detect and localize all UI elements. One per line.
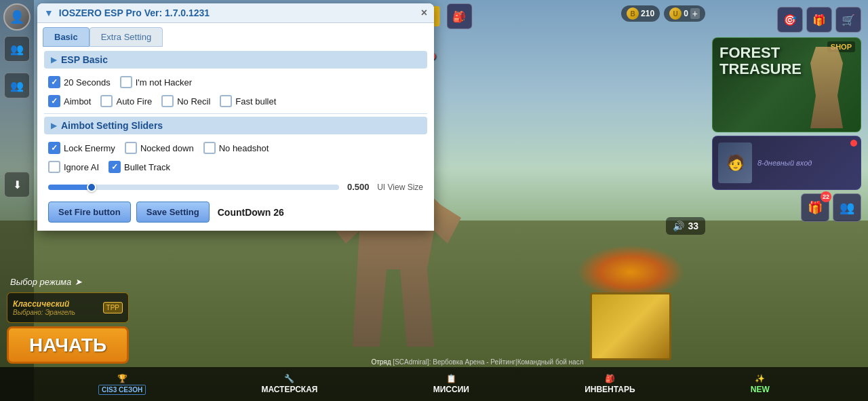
bottom-nav-new[interactable]: ✨ NEW — [744, 370, 776, 398]
friend-icon[interactable]: 👥 — [833, 193, 861, 222]
top-icons-row: 🎯 🎁 🛒 — [712, 7, 861, 33]
chest-icon[interactable]: 🎁 — [806, 7, 832, 33]
squad-icon[interactable]: 👥 — [4, 36, 30, 62]
gift-icon[interactable]: 🎁 22 — [801, 193, 829, 222]
tab-basic[interactable]: Basic — [43, 27, 90, 47]
tab-extra-setting[interactable]: Extra Setting — [90, 27, 163, 47]
option-lock-enemy[interactable]: ✓ Lock Enermy — [48, 142, 115, 154]
label-lock-enemy: Lock Enermy — [64, 143, 115, 153]
daily-login-card[interactable]: 🧑 8-дневный вход — [712, 136, 861, 190]
checkbox-20-seconds[interactable]: ✓ — [48, 76, 60, 88]
daily-login-text: 8-дневный вход — [757, 159, 812, 167]
forest-treasure-card[interactable]: SHOP FOREST TREASURE — [712, 37, 861, 132]
aimbot-sliders-section[interactable]: ▶ Aimbot Setting Sliders — [44, 117, 427, 134]
team-icon[interactable]: 👥 — [4, 73, 30, 98]
save-setting-button[interactable]: Save Setting — [136, 202, 210, 223]
missions-label: МИССИИ — [433, 385, 469, 394]
slider-row: 0.500 UI View Size — [44, 176, 427, 197]
start-button-label: НАЧАТЬ — [29, 335, 106, 356]
option-fast-bullet[interactable]: Fast bullet — [220, 95, 276, 107]
mode-selector[interactable]: Классический Выбрано: Эрангель TPP — [7, 292, 129, 323]
options-row-2: ✓ Aimbot Auto Fire No Recil Fast bullet — [44, 92, 427, 111]
bottom-nav-season[interactable]: 🏆 CIS3 СЕЗОН — [92, 370, 153, 398]
badge-count: 22 — [821, 191, 831, 202]
option-aimbot[interactable]: ✓ Aimbot — [48, 95, 91, 107]
chest-area — [576, 259, 698, 360]
shop-cart-icon[interactable]: 🛒 — [835, 7, 861, 33]
season-label: CIS3 СЕЗОН — [98, 385, 146, 395]
target-icon[interactable]: 🎯 — [777, 7, 803, 33]
checkbox-auto-fire[interactable] — [100, 95, 113, 107]
download-icon[interactable]: ⬇ — [4, 172, 30, 197]
label-bullet-track: Bullet Track — [124, 162, 170, 172]
esp-basic-title: ESP Basic — [61, 54, 108, 65]
label-no-headshot: No headshot — [219, 143, 269, 153]
dialog-tabs: Basic Extra Setting — [37, 23, 434, 47]
checkbox-not-hacker[interactable] — [120, 76, 132, 88]
forest-line1: FOREST — [719, 45, 802, 61]
label-nocked-down: Nocked down — [140, 143, 194, 153]
option-no-recil[interactable]: No Recil — [161, 95, 210, 107]
label-aimbot: Aimbot — [64, 96, 91, 107]
card-figure — [800, 47, 854, 128]
bottom-nav-workshop[interactable]: 🔧 МАСТЕРСКАЯ — [254, 370, 324, 398]
dialog-titlebar: ▼ IOSZERO ESP Pro Ver: 1.7.0.1231 × — [37, 3, 434, 23]
workshop-icon: 🔧 — [284, 374, 294, 383]
label-no-recil: No Recil — [177, 96, 210, 107]
volume-value: 33 — [688, 221, 698, 231]
daily-figure: 🧑 — [718, 142, 752, 183]
backpack-icon[interactable]: 🎒 — [446, 3, 472, 29]
checkbox-lock-enemy[interactable]: ✓ — [48, 142, 60, 154]
volume-indicator[interactable]: 🔊 33 — [666, 217, 705, 235]
checkbox-aimbot[interactable]: ✓ — [48, 95, 60, 107]
checkbox-bullet-track[interactable]: ✓ — [108, 161, 121, 173]
title-arrow-icon: ▼ — [44, 7, 54, 18]
season-icon: 🏆 — [117, 374, 127, 383]
label-fast-bullet: Fast bullet — [235, 96, 276, 107]
select-mode-text: Выбор режима — [10, 277, 71, 287]
label-20-seconds: 20 Seconds — [64, 77, 111, 88]
option-not-hacker[interactable]: I'm not Hacker — [120, 76, 192, 88]
icons-bottom-row: 🎁 22 👥 — [712, 193, 861, 222]
option-nocked-down[interactable]: Nocked down — [125, 142, 194, 154]
option-ignore-ai[interactable]: Ignore AI — [48, 161, 99, 173]
options-row-4: Ignore AI ✓ Bullet Track — [44, 157, 427, 176]
set-fire-button[interactable]: Set Fire button — [48, 202, 131, 223]
option-auto-fire[interactable]: Auto Fire — [100, 95, 152, 107]
esp-dialog: ▼ IOSZERO ESP Pro Ver: 1.7.0.1231 × Basi… — [37, 3, 434, 231]
fire-effect — [576, 245, 685, 299]
uc-value: 0 — [684, 9, 688, 18]
bottom-nav-bar: 🏆 CIS3 СЕЗОН 🔧 МАСТЕРСКАЯ 📋 МИССИИ 🎒 ИНВ… — [0, 367, 868, 401]
tpp-badge: TPP — [103, 302, 123, 313]
add-uc-button[interactable]: + — [690, 8, 700, 19]
ui-view-size-slider[interactable] — [48, 185, 339, 190]
dialog-close-button[interactable]: × — [421, 7, 427, 18]
avatar[interactable]: 👤 — [3, 3, 31, 31]
forest-line2: TREASURE — [719, 61, 802, 77]
option-20-seconds[interactable]: ✓ 20 Seconds — [48, 76, 111, 88]
missions-icon: 📋 — [446, 374, 456, 383]
slider-fill — [48, 185, 92, 190]
checkbox-ignore-ai[interactable] — [48, 161, 60, 173]
new-label: NEW — [751, 385, 770, 394]
bottom-nav-missions[interactable]: 📋 МИССИИ — [427, 370, 476, 398]
checkbox-no-recil[interactable] — [161, 95, 174, 107]
right-panel: 🎯 🎁 🛒 SHOP FOREST TREASURE 🧑 8-дневный в… — [712, 7, 861, 222]
mode-info: Классический Выбрано: Эрангель — [13, 299, 99, 316]
esp-basic-section[interactable]: ▶ ESP Basic — [44, 51, 427, 69]
slider-thumb[interactable] — [87, 183, 96, 192]
label-not-hacker: I'm not Hacker — [136, 77, 192, 88]
option-bullet-track[interactable]: ✓ Bullet Track — [108, 161, 170, 173]
slider-value: 0.500 — [344, 182, 372, 192]
bottom-nav-inventory[interactable]: 🎒 ИНВЕНТАРЬ — [578, 370, 642, 398]
action-buttons-row: Set Fire button Save Setting CountDown 2… — [44, 197, 427, 224]
workshop-label: МАСТЕРСКАЯ — [261, 385, 317, 394]
option-no-headshot[interactable]: No headshot — [203, 142, 269, 154]
start-button[interactable]: НАЧАТЬ — [7, 326, 129, 364]
checkbox-no-headshot[interactable] — [203, 142, 216, 154]
checkbox-nocked-down[interactable] — [125, 142, 137, 154]
options-row-3: ✓ Lock Enermy Nocked down No headshot — [44, 138, 427, 157]
checkbox-fast-bullet[interactable] — [220, 95, 232, 107]
inventory-icon: 🎒 — [605, 374, 615, 383]
uc-icon: U — [669, 7, 682, 20]
